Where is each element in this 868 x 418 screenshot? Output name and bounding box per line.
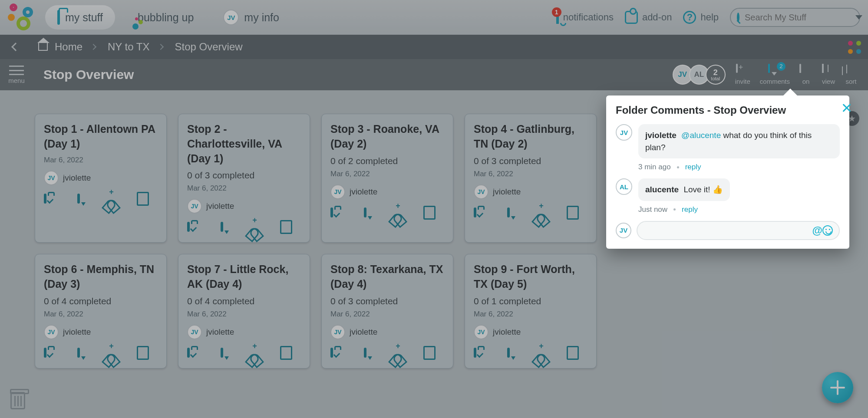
comment-row: AL alucente Love it! 👍 bbox=[616, 178, 840, 201]
comment-bubble: alucente Love it! 👍 bbox=[638, 178, 730, 201]
compose-field[interactable]: @ bbox=[637, 221, 840, 240]
comment-row: JV jviolette @alucente what do you think… bbox=[616, 124, 840, 158]
comment-meta: Just nowreply bbox=[638, 205, 840, 214]
comment-time: 3 min ago bbox=[638, 163, 671, 171]
mention-button[interactable]: @ bbox=[812, 224, 822, 237]
compose-row: JV @ bbox=[616, 221, 840, 240]
comment-text: Love it! 👍 bbox=[683, 185, 723, 194]
compose-input[interactable] bbox=[644, 225, 812, 235]
reply-link[interactable]: reply bbox=[682, 205, 698, 214]
popup-title: Folder Comments - Stop Overview bbox=[616, 104, 840, 116]
reply-link[interactable]: reply bbox=[685, 163, 701, 171]
emoji-button[interactable] bbox=[822, 225, 833, 236]
comment-bubble: jviolette @alucente what do you think of… bbox=[638, 124, 840, 158]
comment-mention[interactable]: @alucente bbox=[681, 131, 721, 140]
comment-user: alucente bbox=[645, 185, 679, 194]
comment-time: Just now bbox=[638, 205, 667, 214]
comments-popup: Folder Comments - Stop Overview JV jviol… bbox=[606, 95, 849, 249]
comment-avatar: JV bbox=[616, 124, 632, 141]
comment-meta: 3 min agoreply bbox=[638, 163, 840, 171]
comment-user: jviolette bbox=[645, 131, 677, 140]
compose-avatar: JV bbox=[616, 223, 631, 238]
comment-avatar: AL bbox=[616, 178, 632, 195]
